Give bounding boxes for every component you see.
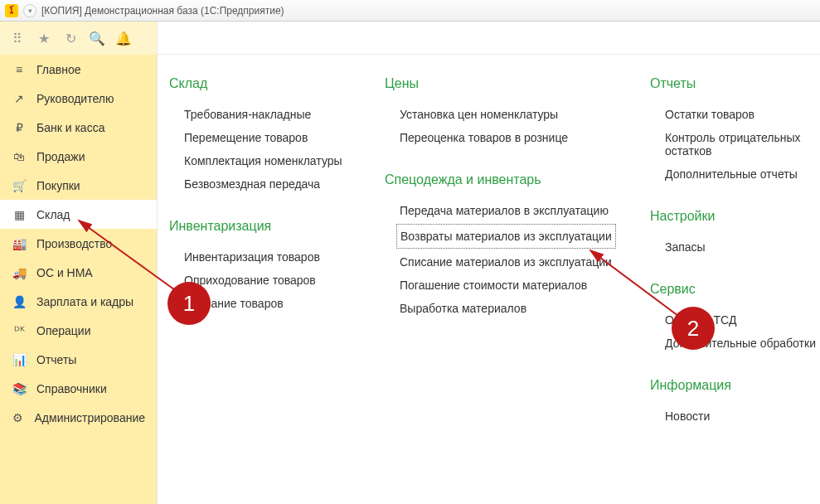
nav-assets[interactable]: 🚚ОС и НМА	[0, 258, 157, 287]
app-logo-icon: 1҃	[5, 4, 18, 17]
menu-link[interactable]: Запасы	[650, 235, 820, 259]
nav-hr-icon: 👤	[12, 295, 27, 308]
nav-purchases[interactable]: 🛒Покупки	[0, 171, 157, 200]
nav-production-label: Производство	[36, 237, 112, 250]
nav-main[interactable]: ≡Главное	[0, 55, 157, 84]
nav-purchases-icon: 🛒	[12, 179, 27, 192]
history-icon[interactable]: ↻	[63, 31, 78, 46]
nav-catalogs[interactable]: 📚Справочники	[0, 374, 157, 403]
window-title: [КОПИЯ] Демонстрационная база (1С:Предпр…	[41, 5, 284, 17]
tab-strip	[158, 22, 820, 55]
menu-link[interactable]: Погашение стоимости материалов	[385, 274, 625, 297]
nav-admin[interactable]: ⚙Администрирование	[0, 403, 157, 432]
nav-assets-label: ОС и НМА	[36, 266, 93, 279]
star-icon[interactable]: ★	[36, 31, 51, 46]
menu-link[interactable]: Инвентаризация товаров	[169, 245, 360, 269]
nav-main-icon: ≡	[12, 63, 27, 76]
nav-sales-icon: 🛍	[12, 150, 27, 163]
nav-operations-icon: ᴰᴷ	[12, 324, 27, 337]
nav-admin-icon: ⚙	[12, 411, 25, 424]
column-2: ЦеныУстановка цен номенклатурыПереоценка…	[385, 76, 625, 428]
menu-link[interactable]: Выработка материалов	[385, 297, 625, 320]
menu-link[interactable]: Установка цен номенклатуры	[385, 103, 625, 126]
menu-link[interactable]: Переоценка товаров в рознице	[385, 126, 625, 149]
section-head[interactable]: Отчеты	[650, 76, 820, 91]
section-head[interactable]: Настройки	[650, 209, 820, 224]
menu-link[interactable]: Оприходование товаров	[169, 269, 360, 292]
nav-catalogs-label: Справочники	[36, 382, 107, 395]
nav-reports-label: Отчеты	[36, 353, 76, 366]
content-area: СкладТребования-накладныеПеремещение тов…	[158, 22, 820, 504]
sidebar-toolbar: ⠿ ★ ↻ 🔍 🔔	[0, 22, 157, 55]
menu-link[interactable]: Дополнительные обработки	[650, 332, 820, 355]
nav-operations-label: Операции	[36, 324, 91, 337]
nav-manager-label: Руководителю	[36, 92, 114, 105]
nav-sales[interactable]: 🛍Продажи	[0, 142, 157, 171]
nav-manager-icon: ↗	[12, 92, 27, 105]
nav-warehouse[interactable]: ▦Склад	[0, 200, 157, 229]
section-head[interactable]: Инвентаризация	[169, 219, 360, 234]
nav-hr-label: Зарплата и кадры	[36, 295, 133, 308]
bell-icon[interactable]: 🔔	[116, 31, 131, 46]
nav-reports[interactable]: 📊Отчеты	[0, 345, 157, 374]
nav-hr[interactable]: 👤Зарплата и кадры	[0, 287, 157, 316]
nav-sales-label: Продажи	[36, 150, 85, 163]
grid-icon[interactable]: ⠿	[10, 31, 25, 46]
nav-bank[interactable]: ₽Банк и касса	[0, 113, 157, 142]
menu-link[interactable]: Новости	[650, 405, 820, 428]
menu-link[interactable]: Контроль отрицательных остатков	[650, 126, 820, 162]
menu-link[interactable]: Возвраты материалов из эксплуатации	[396, 224, 616, 249]
nav-main-label: Главное	[36, 63, 81, 76]
menu-link[interactable]: Обмен с ТСД	[650, 308, 820, 332]
menu-link[interactable]: Остатки товаров	[650, 103, 820, 126]
nav-production-icon: 🏭	[12, 237, 27, 250]
menu-link[interactable]: Списание материалов из эксплуатации	[385, 250, 625, 274]
nav-reports-icon: 📊	[12, 353, 27, 366]
nav-operations[interactable]: ᴰᴷОперации	[0, 316, 157, 345]
nav-list: ≡Главное↗Руководителю₽Банк и касса🛍Прода…	[0, 55, 157, 504]
menu-link[interactable]: Дополнительные отчеты	[650, 162, 820, 186]
menu-link[interactable]: Передача материалов в эксплуатацию	[385, 199, 625, 222]
window-titlebar: 1҃ ▾ [КОПИЯ] Демонстрационная база (1С:П…	[0, 0, 820, 22]
search-icon[interactable]: 🔍	[90, 31, 104, 46]
column-1: СкладТребования-накладныеПеремещение тов…	[169, 76, 360, 428]
nav-catalogs-icon: 📚	[12, 382, 27, 395]
sidebar: ⠿ ★ ↻ 🔍 🔔 ≡Главное↗Руководителю₽Банк и к…	[0, 22, 158, 504]
nav-purchases-label: Покупки	[36, 179, 80, 192]
nav-bank-label: Банк и касса	[36, 121, 104, 134]
menu-link[interactable]: Требования-накладные	[169, 103, 360, 126]
nav-warehouse-label: Склад	[36, 208, 70, 221]
menu-link[interactable]: Списание товаров	[169, 292, 360, 315]
menu-link[interactable]: Безвозмездная передача	[169, 172, 360, 196]
section-head[interactable]: Спецодежда и инвентарь	[385, 172, 625, 187]
nav-bank-icon: ₽	[12, 121, 27, 134]
menu-link[interactable]: Перемещение товаров	[169, 126, 360, 149]
window-dropdown-icon[interactable]: ▾	[23, 4, 36, 17]
column-3: ОтчетыОстатки товаровКонтроль отрицатель…	[650, 76, 820, 428]
section-head[interactable]: Сервис	[650, 282, 820, 297]
nav-warehouse-icon: ▦	[12, 208, 27, 221]
nav-production[interactable]: 🏭Производство	[0, 229, 157, 258]
nav-assets-icon: 🚚	[12, 266, 27, 279]
section-head[interactable]: Склад	[169, 76, 360, 91]
nav-manager[interactable]: ↗Руководителю	[0, 84, 157, 113]
menu-link[interactable]: Комплектация номенклатуры	[169, 149, 360, 172]
section-head[interactable]: Информация	[650, 378, 820, 393]
nav-admin-label: Администрирование	[35, 411, 146, 424]
section-head[interactable]: Цены	[385, 76, 625, 91]
